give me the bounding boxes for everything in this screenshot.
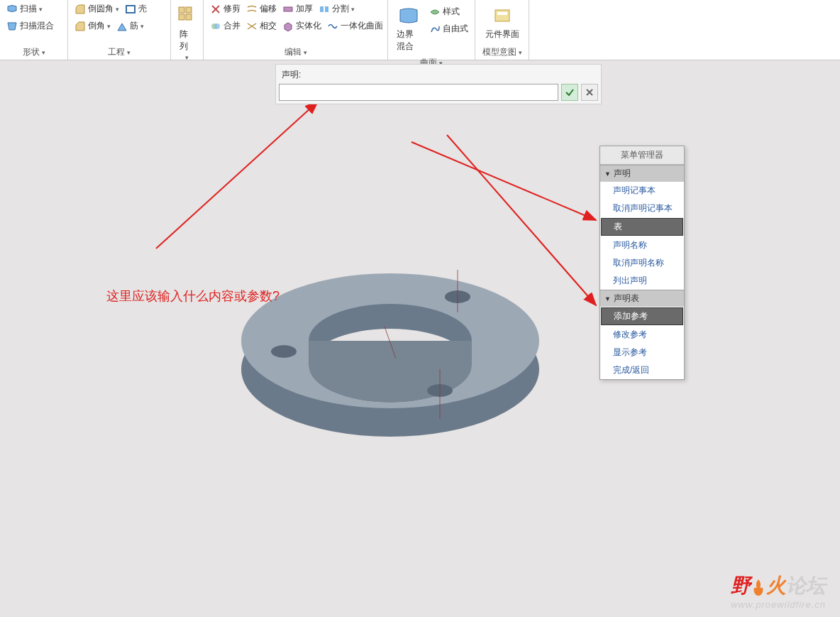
trim-icon (210, 4, 221, 15)
solidify-button[interactable]: 实体化 (280, 18, 324, 33)
check-icon (565, 87, 575, 97)
rib-icon (116, 21, 128, 32)
ribbon-toolbar: 扫描▾ 扫描混合 形状▾ 倒圆角▾ 壳 (0, 0, 840, 60)
declare-input-label: 声明: (279, 67, 598, 82)
pattern-button[interactable]: 阵列 ▾ (175, 1, 199, 64)
menu-item[interactable]: 列出声明 (600, 272, 684, 290)
watermark-url: www.proewildfire.cn (731, 599, 826, 610)
svg-line-23 (156, 102, 318, 249)
chamfer-button[interactable]: 倒角▾ (72, 18, 113, 33)
round-button[interactable]: 倒圆角▾ (72, 1, 121, 16)
cancel-button[interactable] (581, 84, 598, 101)
svg-rect-0 (126, 6, 135, 13)
intersect-button[interactable]: 相交 (244, 18, 279, 33)
menu-section-declare-table[interactable]: ▼声明表 (600, 290, 684, 307)
shell-button[interactable]: 壳 (123, 1, 149, 16)
menu-section-declare[interactable]: ▼声明 (600, 165, 684, 182)
component-ui-icon (491, 4, 514, 27)
annotation-question: 这里应该输入什么内容或参数? (106, 288, 280, 305)
menu-item[interactable]: 显示参考 (600, 344, 684, 361)
split-icon (319, 4, 330, 15)
scan-blend-label: 扫描混合 (20, 20, 54, 32)
ribbon-group-edit: 修剪 偏移 加厚 分割▾ 合并 相交 实体化 一体化曲面 编辑▾ (204, 0, 388, 60)
style-icon (429, 6, 441, 18)
svg-rect-4 (186, 14, 192, 20)
boundary-blend-icon (397, 4, 420, 27)
menu-item[interactable]: 取消声明名称 (600, 254, 684, 272)
svg-rect-6 (320, 6, 324, 12)
flame-icon (751, 578, 766, 596)
model-group-label: 模型意图▾ (480, 45, 524, 60)
offset-button[interactable]: 偏移 (244, 1, 279, 16)
freestyle-icon (429, 23, 441, 35)
svg-rect-10 (495, 10, 509, 21)
freestyle-button[interactable]: 自由式 (427, 21, 470, 36)
scan-label: 扫描 (20, 3, 37, 15)
chamfer-icon (74, 21, 86, 32)
triangle-down-icon: ▼ (604, 295, 611, 302)
confirm-button[interactable] (561, 84, 578, 101)
svg-line-24 (411, 142, 596, 220)
menu-item[interactable]: 声明记事本 (600, 182, 684, 200)
ribbon-group-model-intent: 元件界面 模型意图▾ (475, 0, 529, 60)
declare-input-panel: 声明: (275, 64, 602, 104)
scan-button[interactable]: 扫描▾ (4, 1, 45, 16)
round-label: 倒圆角 (88, 3, 114, 15)
shell-icon (125, 4, 136, 15)
svg-point-17 (271, 345, 297, 358)
trim-button[interactable]: 修剪 (208, 1, 243, 16)
boundary-blend-label: 边界混合 (397, 28, 421, 53)
chevron-down-icon: ▾ (107, 23, 111, 30)
edit-group-label: 编辑▾ (208, 45, 383, 60)
scan-icon (6, 4, 18, 15)
boundary-blend-button[interactable]: 边界混合 (392, 1, 425, 55)
round-icon (74, 4, 86, 15)
menu-manager-title: 菜单管理器 (600, 146, 684, 165)
menu-item[interactable]: 取消声明记事本 (600, 200, 684, 217)
pattern-label: 阵列 (179, 28, 194, 53)
offset-icon (246, 4, 258, 15)
shape-group-label: 形状▾ (4, 45, 63, 60)
component-ui-label: 元件界面 (485, 28, 519, 40)
menu-item[interactable]: 修改参考 (600, 326, 684, 344)
shell-label: 壳 (138, 3, 147, 15)
ribbon-group-engineering: 倒圆角▾ 壳 倒角▾ 筋▾ 工程▾ (68, 0, 171, 60)
chevron-down-icon: ▾ (39, 6, 43, 13)
svg-rect-1 (179, 7, 184, 13)
intersect-icon (246, 21, 258, 32)
svg-point-9 (214, 23, 220, 29)
unify-button[interactable]: 一体化曲面 (325, 18, 385, 33)
split-button[interactable]: 分割▾ (316, 1, 357, 16)
style-button[interactable]: 样式 (427, 4, 470, 19)
scan-blend-button[interactable]: 扫描混合 (4, 18, 56, 33)
menu-manager-panel: 菜单管理器 ▼声明 声明记事本取消声明记事本表声明名称取消声明名称列出声明 ▼声… (599, 146, 685, 380)
declare-text-input[interactable] (279, 84, 558, 101)
viewport-3d[interactable]: 这里应该输入什么内容或参数? (0, 60, 840, 617)
ribbon-group-surface: 边界混合 样式 自由式 曲面▾ (388, 0, 475, 60)
thicken-button[interactable]: 加厚 (280, 1, 315, 16)
merge-button[interactable]: 合并 (208, 18, 243, 33)
menu-item[interactable]: 完成/返回 (600, 361, 684, 379)
component-ui-button[interactable]: 元件界面 (480, 1, 524, 43)
triangle-down-icon: ▼ (604, 170, 611, 178)
merge-icon (210, 21, 221, 32)
chamfer-label: 倒角 (88, 20, 105, 32)
svg-rect-11 (497, 12, 507, 15)
ribbon-group-pattern: 阵列 ▾ (171, 0, 204, 60)
svg-line-25 (447, 135, 596, 305)
menu-item[interactable]: 添加参考 (601, 307, 683, 325)
thicken-icon (282, 4, 294, 15)
scan-blend-icon (6, 21, 18, 32)
menu-item[interactable]: 声明名称 (600, 236, 684, 254)
eng-group-label: 工程▾ (72, 45, 166, 60)
chevron-down-icon: ▾ (140, 23, 144, 30)
watermark: 野火论坛 www.proewildfire.cn (731, 572, 826, 610)
chevron-down-icon: ▾ (116, 6, 119, 13)
svg-rect-7 (325, 6, 328, 12)
rib-button[interactable]: 筋▾ (114, 18, 146, 33)
pattern-icon (176, 4, 199, 27)
rib-label: 筋 (130, 20, 138, 32)
close-icon (585, 88, 594, 97)
watermark-logo: 野火论坛 (731, 572, 826, 599)
menu-item[interactable]: 表 (601, 218, 683, 236)
